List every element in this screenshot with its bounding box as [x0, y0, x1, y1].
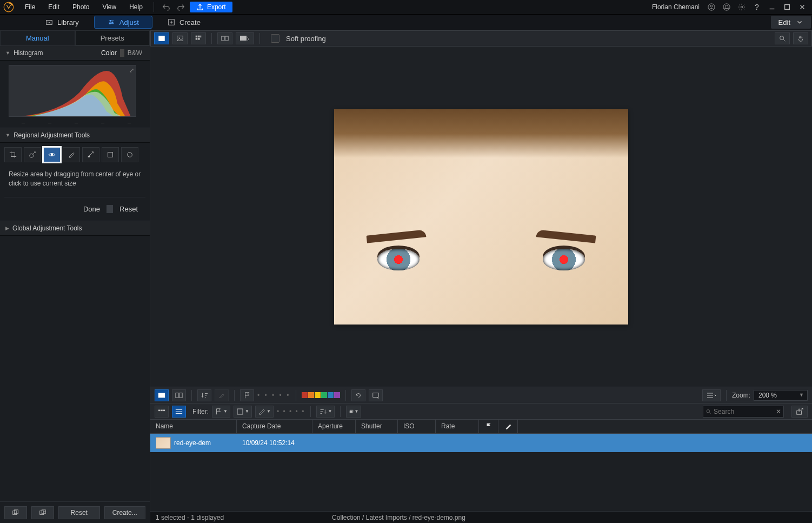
window-minimize[interactable] [766, 1, 778, 13]
window-close[interactable] [796, 1, 809, 13]
filter-label-icon[interactable]: ▼ [234, 406, 252, 418]
section-global-header[interactable]: ▶ Global Adjustment Tools [0, 221, 150, 236]
list-options-icon[interactable] [702, 389, 721, 401]
regional-tools-panel: Resize area by dragging from center of e… [0, 143, 150, 221]
table-row[interactable]: red-eye-dem 10/09/24 10:52:14 [150, 434, 812, 452]
color-swatch[interactable] [334, 392, 340, 398]
color-swatch[interactable] [321, 392, 327, 398]
tool-spot[interactable] [24, 147, 41, 162]
flip-icon[interactable] [369, 389, 383, 401]
clear-search-icon[interactable]: ✕ [776, 408, 781, 415]
search-input[interactable] [714, 408, 774, 415]
copy-settings-button[interactable] [4, 506, 27, 519]
color-swatch[interactable] [328, 392, 334, 398]
svg-point-13 [88, 156, 90, 158]
th-shutter[interactable]: Shutter [356, 420, 398, 433]
th-tag[interactable] [498, 420, 518, 433]
listview-thumb-icon[interactable] [155, 406, 169, 418]
filter-edited-icon[interactable]: ▼ [255, 406, 274, 418]
color-label-swatches[interactable] [302, 392, 340, 398]
rotate-icon[interactable] [351, 389, 365, 401]
user-name: Florian Chemani [652, 3, 700, 11]
th-name[interactable]: Name [150, 420, 237, 433]
filmview-strip-icon[interactable] [155, 389, 169, 401]
menu-photo[interactable]: Photo [67, 1, 95, 13]
left-tabs: Manual Presets [0, 30, 150, 45]
menu-edit[interactable]: Edit [43, 1, 65, 13]
paste-settings-button[interactable] [31, 506, 54, 519]
photo-preview [334, 109, 628, 325]
search-box[interactable]: ✕ [703, 406, 784, 418]
view-secondary-icon[interactable] [236, 32, 254, 44]
th-flag[interactable] [479, 420, 498, 433]
tool-radial[interactable] [121, 147, 138, 162]
regional-reset-button[interactable]: Reset [116, 205, 141, 213]
help-icon[interactable]: ? [750, 1, 763, 13]
section-histogram-header[interactable]: ▼ Histogram Color B&W [0, 45, 150, 61]
view-photo-icon[interactable] [172, 32, 188, 44]
image-canvas[interactable] [150, 47, 812, 387]
svg-point-32 [780, 36, 784, 40]
tool-redeye[interactable] [43, 147, 61, 162]
menu-file[interactable]: File [19, 1, 41, 13]
module-create[interactable]: Create [155, 15, 214, 30]
module-adjust[interactable]: Adjust [94, 16, 152, 29]
tool-brush[interactable] [63, 147, 80, 162]
flag-icon[interactable] [240, 389, 254, 401]
undo-button[interactable] [159, 1, 172, 13]
export-label: Export [207, 3, 226, 11]
share-button[interactable] [791, 406, 808, 418]
view-compare-icon[interactable] [217, 32, 232, 44]
module-library[interactable]: Library [32, 15, 92, 30]
th-date[interactable]: Capture Date [237, 420, 312, 433]
th-rate[interactable]: Rate [436, 420, 479, 433]
svg-rect-25 [198, 36, 200, 38]
th-aperture[interactable]: Aperture [312, 420, 356, 433]
expand-histogram-icon[interactable]: ⤢ [129, 67, 134, 74]
sort-column-icon[interactable]: ▼ [316, 406, 335, 418]
tool-mask[interactable] [102, 147, 119, 162]
view-single-icon[interactable] [154, 32, 169, 44]
stack-icon[interactable]: ▼ [346, 406, 361, 418]
notifications-icon[interactable] [720, 1, 733, 13]
tool-gradient[interactable] [82, 147, 99, 162]
export-button[interactable]: Export [190, 2, 232, 12]
tool-crop[interactable] [4, 147, 22, 162]
zoom-tool-icon[interactable] [775, 32, 790, 44]
settings-icon[interactable] [735, 1, 748, 13]
zoom-select[interactable]: 200 % [754, 390, 808, 401]
softproof-checkbox[interactable] [271, 34, 279, 43]
section-regional-header[interactable]: ▼ Regional Adjustment Tools [0, 128, 150, 143]
histogram-mode-bw[interactable]: B&W [125, 49, 144, 57]
section-global-title: Global Adjustment Tools [12, 224, 82, 232]
rating-dots[interactable]: • • • • • [257, 392, 290, 399]
view-grid-icon[interactable] [191, 32, 206, 44]
color-swatch[interactable] [302, 392, 308, 398]
sort-icon[interactable] [197, 389, 211, 401]
filter-label: Filter: [192, 408, 209, 415]
menu-view[interactable]: View [97, 1, 122, 13]
histogram-mode-color[interactable]: Color [99, 49, 119, 57]
account-icon[interactable] [705, 1, 718, 13]
color-swatch[interactable] [308, 392, 314, 398]
pan-tool-icon[interactable] [793, 32, 808, 44]
pin-icon[interactable] [215, 389, 229, 401]
redo-button[interactable] [175, 1, 188, 13]
listview-detail-icon[interactable] [172, 406, 186, 418]
filter-flag-icon[interactable]: ▼ [212, 406, 230, 418]
regional-done-button[interactable]: Done [80, 205, 103, 213]
tab-presets[interactable]: Presets [75, 30, 150, 45]
zoom-label: Zoom: [732, 392, 750, 399]
menu-help[interactable]: Help [124, 1, 148, 13]
create-preset-button[interactable]: Create... [104, 506, 146, 519]
color-swatch[interactable] [315, 392, 321, 398]
filter-rating-dots[interactable]: • • • • • [277, 408, 305, 415]
window-maximize[interactable] [781, 1, 794, 13]
th-iso[interactable]: ISO [398, 420, 436, 433]
edit-dropdown[interactable]: Edit [771, 16, 811, 29]
module-adjust-label: Adjust [119, 18, 139, 27]
reset-all-button[interactable]: Reset [58, 506, 100, 519]
svg-rect-39 [163, 409, 165, 411]
tab-manual[interactable]: Manual [0, 30, 75, 45]
filmview-split-icon[interactable] [172, 389, 186, 401]
